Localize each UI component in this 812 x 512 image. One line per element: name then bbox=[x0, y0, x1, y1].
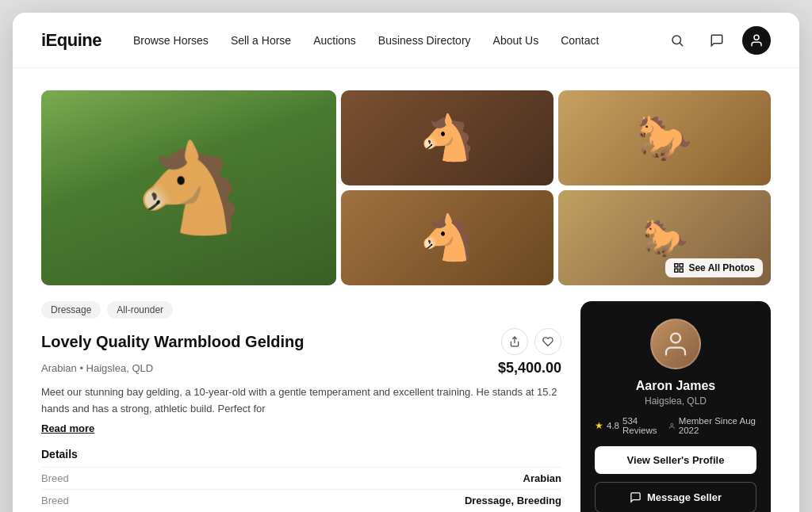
listing-price: $5,400.00 bbox=[498, 360, 561, 376]
chat-icon bbox=[710, 33, 724, 48]
star-icon: ★ bbox=[595, 420, 603, 431]
brand-logo[interactable]: iEquine bbox=[41, 30, 102, 51]
photo-thumb-1[interactable]: 🐴 bbox=[341, 90, 553, 185]
search-icon bbox=[670, 33, 684, 48]
user-icon bbox=[749, 33, 764, 48]
svg-rect-6 bbox=[680, 269, 684, 272]
svg-rect-3 bbox=[675, 264, 678, 267]
svg-rect-4 bbox=[680, 264, 684, 267]
avatar-person-icon bbox=[661, 330, 690, 358]
photo-thumb-2[interactable]: 🐎 bbox=[558, 90, 771, 185]
seller-reviews: 534 Reviews bbox=[622, 416, 657, 435]
member-icon bbox=[668, 422, 676, 430]
tag-allrounder: All-rounder bbox=[107, 301, 173, 319]
nav-contact[interactable]: Contact bbox=[561, 34, 599, 47]
listing-location: Arabian • Haigslea, QLD bbox=[41, 362, 153, 374]
detail-label-0: Breed bbox=[41, 472, 69, 484]
favorite-button[interactable] bbox=[534, 328, 561, 355]
svg-point-8 bbox=[671, 334, 680, 343]
messages-button[interactable] bbox=[703, 26, 731, 55]
member-since-text: Member Since Aug 2022 bbox=[679, 416, 756, 435]
nav-browse-horses[interactable]: Browse Horses bbox=[133, 34, 209, 47]
nav-auctions[interactable]: Auctions bbox=[313, 34, 356, 47]
view-profile-button[interactable]: View Seller's Profile bbox=[595, 446, 756, 474]
listing-title: Lovely Quality Warmblood Gelding bbox=[41, 333, 304, 351]
seller-member-since: Member Since Aug 2022 bbox=[668, 416, 756, 435]
search-button[interactable] bbox=[663, 26, 691, 55]
svg-point-2 bbox=[754, 35, 759, 40]
seller-stats: ★ 4.8 534 Reviews Member Since Aug 2022 bbox=[595, 416, 756, 435]
user-profile-button[interactable] bbox=[742, 26, 771, 55]
svg-line-1 bbox=[680, 43, 682, 45]
message-label: Message Seller bbox=[647, 491, 722, 503]
detail-row-0: Breed Arabian bbox=[41, 467, 561, 489]
details-section: Details Breed Arabian Breed Dressage, Br… bbox=[41, 448, 561, 511]
details-heading: Details bbox=[41, 448, 561, 460]
nav-icons bbox=[663, 26, 771, 55]
nav-links: Browse Horses Sell a Horse Auctions Busi… bbox=[133, 34, 663, 47]
photo-grid: 🐴 🐎 🐴 🐎 See All Photos bbox=[41, 90, 771, 285]
thumb-photo-2: 🐎 bbox=[558, 90, 771, 185]
heart-icon bbox=[542, 336, 553, 347]
seller-card: Aaron James Haigslea, QLD ★ 4.8 534 Revi… bbox=[580, 301, 771, 512]
photo-thumb-4[interactable]: 🐎 See All Photos bbox=[558, 190, 771, 285]
listing-info: Dressage All-rounder Lovely Quality Warm… bbox=[41, 301, 561, 511]
nav-sell-horse[interactable]: Sell a Horse bbox=[231, 34, 291, 47]
tags: Dressage All-rounder bbox=[41, 301, 561, 319]
seller-name: Aaron James bbox=[595, 379, 756, 393]
thumb-photo-3: 🐴 bbox=[341, 190, 553, 285]
photo-main[interactable] bbox=[41, 90, 336, 285]
detail-value-0: Arabian bbox=[523, 472, 561, 484]
thumb-photo-1: 🐴 bbox=[341, 90, 553, 185]
photo-thumb-3[interactable]: 🐴 bbox=[341, 190, 553, 285]
app-window: iEquine Browse Horses Sell a Horse Aucti… bbox=[13, 13, 799, 512]
svg-rect-5 bbox=[675, 269, 678, 272]
message-seller-button[interactable]: Message Seller bbox=[595, 482, 756, 512]
message-icon bbox=[630, 491, 642, 503]
title-actions bbox=[501, 328, 561, 355]
detail-row-1: Breed Dressage, Breeding bbox=[41, 489, 561, 511]
listing-meta: Arabian • Haigslea, QLD $5,400.00 bbox=[41, 360, 561, 376]
seller-rating: ★ 4.8 534 Reviews bbox=[595, 416, 657, 435]
seller-location: Haigslea, QLD bbox=[595, 395, 756, 407]
main-photo-image bbox=[41, 90, 336, 285]
detail-label-1: Breed bbox=[41, 495, 69, 506]
seller-rating-value: 4.8 bbox=[607, 421, 619, 430]
nav-about-us[interactable]: About Us bbox=[493, 34, 539, 47]
title-row: Lovely Quality Warmblood Gelding bbox=[41, 328, 561, 355]
listing-description: Meet our stunning bay gelding, a 10-year… bbox=[41, 384, 561, 418]
tag-dressage: Dressage bbox=[41, 301, 101, 319]
main-content: 🐴 🐎 🐴 🐎 See All Photos bbox=[13, 68, 799, 512]
read-more-link[interactable]: Read more bbox=[41, 422, 94, 434]
seller-avatar-wrap bbox=[595, 319, 756, 369]
see-all-photos-button[interactable]: See All Photos bbox=[665, 258, 763, 277]
grid-icon bbox=[673, 262, 684, 273]
share-icon bbox=[509, 336, 520, 347]
svg-point-9 bbox=[671, 423, 673, 426]
detail-value-1: Dressage, Breeding bbox=[465, 495, 561, 506]
nav-business-directory[interactable]: Business Directory bbox=[378, 34, 471, 47]
svg-point-0 bbox=[672, 36, 681, 44]
seller-avatar bbox=[650, 319, 701, 369]
content-row: Dressage All-rounder Lovely Quality Warm… bbox=[41, 301, 771, 512]
navbar: iEquine Browse Horses Sell a Horse Aucti… bbox=[13, 13, 799, 68]
share-button[interactable] bbox=[501, 328, 528, 355]
see-all-label: See All Photos bbox=[688, 262, 755, 273]
